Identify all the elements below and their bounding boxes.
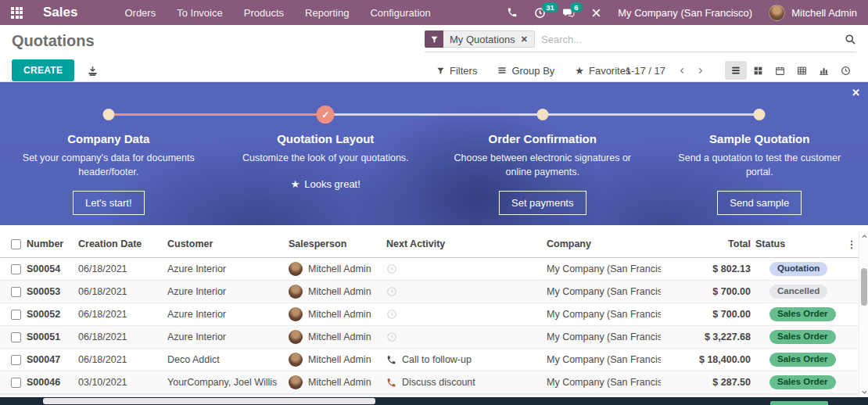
vertical-scrollbar-thumb[interactable] — [861, 268, 867, 306]
app-title[interactable]: Sales — [43, 5, 77, 20]
cell-status: Sales Order — [752, 330, 845, 345]
row-checkbox[interactable] — [11, 310, 21, 320]
pager-previous-icon[interactable] — [676, 65, 688, 77]
activity-label: Discuss discount — [402, 377, 475, 388]
step-action-button[interactable]: Let's start! — [73, 191, 145, 215]
cell-next-activity[interactable] — [383, 332, 543, 342]
apps-menu-icon[interactable] — [11, 7, 23, 19]
menu-item-products[interactable]: Products — [244, 7, 284, 19]
step-title: Quotation Layout — [217, 132, 435, 145]
create-button[interactable]: CREATE — [12, 59, 74, 81]
row-checkbox[interactable] — [11, 287, 21, 297]
page-title: Quotations — [12, 32, 95, 50]
step-action-button[interactable]: Set payments — [499, 191, 586, 215]
search-facet[interactable]: My Quotations ✕ — [425, 30, 535, 48]
cell-creation-date: 06/18/2021 — [75, 286, 164, 297]
table-header: Number Creation Date Customer Salesperso… — [0, 231, 859, 258]
view-kanban-icon[interactable] — [747, 61, 769, 80]
column-header-status[interactable]: Status — [752, 238, 845, 249]
scroll-up-icon[interactable] — [859, 231, 868, 241]
cell-company: My Company (San Francisco) — [543, 377, 661, 388]
column-header-company[interactable]: Company — [543, 238, 661, 249]
facet-remove-icon[interactable]: ✕ — [521, 34, 528, 45]
salesperson-avatar — [289, 307, 303, 321]
select-all-checkbox[interactable] — [11, 239, 21, 249]
activity-phone-icon[interactable] — [386, 355, 396, 365]
optional-columns-icon[interactable]: ⋮ — [845, 238, 859, 250]
company-switcher[interactable]: My Company (San Francisco) — [618, 7, 752, 19]
menu-item-reporting[interactable]: Reporting — [305, 7, 349, 19]
row-checkbox[interactable] — [11, 332, 21, 342]
filters-button[interactable]: Filters — [436, 65, 477, 77]
tools-icon[interactable] — [591, 8, 601, 18]
column-header-number[interactable]: Number — [23, 238, 75, 249]
user-menu[interactable]: Mitchell Admin — [769, 5, 857, 21]
cell-next-activity[interactable] — [383, 286, 543, 297]
menu-item-configuration[interactable]: Configuration — [370, 7, 430, 19]
column-header-customer[interactable]: Customer — [164, 238, 285, 249]
search-input[interactable] — [535, 31, 845, 48]
salesperson-avatar — [289, 285, 303, 299]
voip-phone-icon[interactable] — [507, 7, 518, 18]
cell-salesperson: Mitchell Admin — [285, 330, 383, 344]
cell-number: S00047 — [23, 354, 75, 365]
salesperson-name: Mitchell Admin — [308, 377, 371, 388]
cell-number: S00052 — [23, 309, 75, 320]
activity-phone-icon[interactable] — [386, 378, 396, 388]
table-row-S00047[interactable]: S0004706/18/2021Deco AddictMitchell Admi… — [0, 349, 859, 371]
menu-item-orders[interactable]: Orders — [124, 7, 156, 19]
salesperson-name: Mitchell Admin — [308, 332, 371, 342]
quotations-table-body: S0005406/18/2021Azure InteriorMitchell A… — [0, 258, 859, 394]
vertical-scrollbar[interactable] — [859, 231, 868, 397]
row-select-cell — [0, 378, 23, 388]
table-row-S00052[interactable]: S0005206/18/2021Azure InteriorMitchell A… — [0, 303, 859, 326]
cell-next-activity[interactable]: Discuss discount — [383, 377, 543, 388]
onboarding-steps: Company DataSet your company's data for … — [0, 82, 868, 225]
cell-next-activity[interactable] — [383, 263, 543, 274]
horizontal-scrollbar[interactable] — [0, 397, 868, 405]
cell-status: Sales Order — [752, 375, 845, 390]
menu-item-to-invoice[interactable]: To Invoice — [177, 7, 223, 19]
column-header-creation-date[interactable]: Creation Date — [75, 238, 164, 249]
salesperson-avatar — [289, 353, 303, 367]
activity-clock-icon[interactable] — [386, 309, 397, 320]
step-action-button[interactable]: Send sample — [717, 191, 802, 215]
horizontal-scrollbar-thumb[interactable] — [43, 398, 375, 404]
main-menu: OrdersTo InvoiceProductsReportingConfigu… — [124, 7, 430, 19]
cell-total: $ 18,400.00 — [661, 354, 752, 365]
column-header-total[interactable]: Total — [661, 238, 752, 249]
table-row-S00053[interactable]: S0005306/18/2021Azure InteriorMitchell A… — [0, 281, 859, 303]
activity-clock-icon[interactable] — [386, 286, 397, 297]
table-row-S00046[interactable]: S0004603/10/2021YourCompany, Joel Willis… — [0, 371, 859, 394]
cell-next-activity[interactable] — [383, 309, 543, 320]
scroll-down-icon[interactable] — [859, 387, 868, 396]
view-calendar-icon[interactable] — [769, 61, 791, 80]
cell-salesperson: Mitchell Admin — [285, 285, 383, 299]
favorites-button[interactable]: ★ Favorites — [575, 65, 630, 77]
cell-customer: Azure Interior — [164, 332, 285, 342]
export-icon[interactable] — [87, 65, 99, 77]
activity-clock-icon[interactable] — [386, 263, 397, 274]
row-checkbox[interactable] — [11, 355, 21, 365]
view-pivot-icon[interactable] — [791, 61, 812, 80]
messages-icon[interactable]: 6 — [562, 7, 575, 19]
search-icon[interactable] — [845, 34, 856, 45]
status-badge: Sales Order — [769, 375, 836, 390]
row-checkbox[interactable] — [11, 378, 21, 388]
table-row-S00054[interactable]: S0005406/18/2021Azure InteriorMitchell A… — [0, 258, 859, 281]
column-header-salesperson[interactable]: Salesperson — [285, 238, 383, 249]
step-done-link[interactable]: ★Looks great! — [291, 178, 360, 190]
pager-next-icon[interactable] — [694, 65, 706, 77]
cell-company: My Company (San Francisco) — [543, 263, 661, 274]
cell-next-activity[interactable]: Call to follow-up — [383, 354, 543, 365]
column-header-next-activity[interactable]: Next Activity — [383, 238, 543, 249]
control-panel: Quotations My Quotations ✕ CREATE — [0, 25, 868, 82]
activity-clock-icon[interactable] — [386, 332, 397, 342]
view-graph-icon[interactable] — [812, 61, 834, 80]
view-list-icon[interactable] — [725, 61, 747, 80]
group-by-button[interactable]: Group By — [497, 65, 554, 77]
activities-icon[interactable]: 31 — [534, 7, 546, 19]
view-activity-icon[interactable] — [834, 61, 856, 80]
row-checkbox[interactable] — [11, 264, 21, 274]
table-row-S00051[interactable]: S0005106/18/2021Azure InteriorMitchell A… — [0, 326, 859, 349]
